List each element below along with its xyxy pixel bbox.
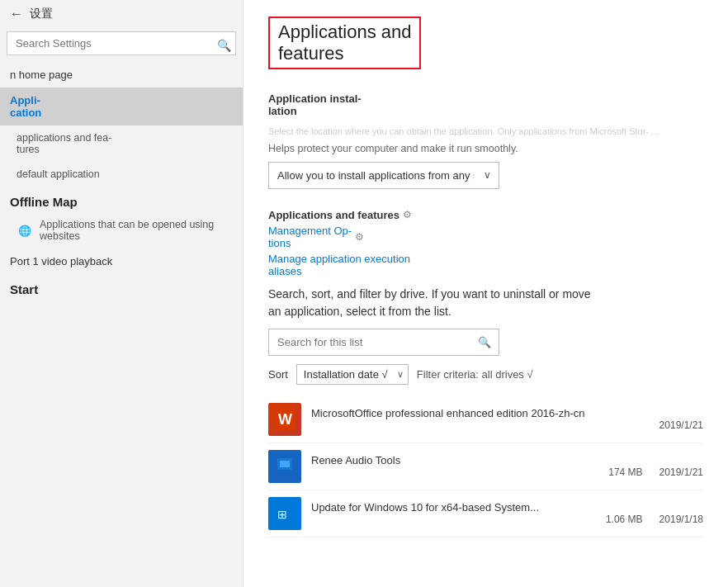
- apps-features-icon: ⚙: [403, 209, 412, 220]
- sidebar-section-offline: Offline Map: [0, 187, 243, 212]
- sidebar-header: ← 设置: [0, 0, 243, 28]
- page-title-box: Applications andfeatures: [268, 17, 421, 69]
- app-size: 1.06 MB: [606, 514, 643, 525]
- renee-svg-icon: [275, 455, 295, 478]
- app-date: 2019/1/21: [659, 466, 703, 478]
- svg-rect-4: [280, 461, 290, 467]
- search-list-input[interactable]: [268, 329, 499, 356]
- sidebar-item-apps-features[interactable]: applications and fea-tures: [0, 125, 243, 162]
- sidebar-item-port[interactable]: Port 1 video playback: [0, 249, 243, 274]
- sidebar-item-default-app[interactable]: default application: [0, 162, 243, 187]
- sidebar-item-application[interactable]: Appli-cation: [0, 88, 243, 125]
- management-options-icon: ⚙: [355, 231, 364, 243]
- table-row[interactable]: ⊞ Update for Windows 10 for x64-based Sy…: [268, 490, 703, 537]
- app-list: W MicrosoftOffice professional enhanced …: [268, 396, 703, 537]
- management-options-link[interactable]: Management Op-tions: [268, 225, 352, 249]
- sidebar-item-home[interactable]: n home page: [0, 62, 243, 88]
- app-date: 2019/1/21: [311, 419, 703, 431]
- update-svg-icon: ⊞: [275, 502, 295, 525]
- settings-title: 设置: [30, 7, 53, 21]
- sidebar-nav: n home page Appli-cation applications an…: [0, 62, 243, 587]
- filter-text: Filter criteria: all drives √: [417, 368, 533, 381]
- sort-label: Sort: [268, 368, 288, 381]
- sort-dropdown-wrapper: Installation date √ Name Size ∨: [296, 364, 409, 385]
- app-size: 174 MB: [608, 466, 642, 478]
- apps-features-header: Applications and features ⚙: [268, 209, 703, 221]
- table-row[interactable]: W MicrosoftOffice professional enhanced …: [268, 396, 703, 443]
- office-svg-icon: W: [275, 408, 295, 431]
- app-info: Update for Windows 10 for x64-based Syst…: [311, 501, 703, 525]
- app-info: MicrosoftOffice professional enhanced ed…: [311, 407, 703, 431]
- app-name: MicrosoftOffice professional enhanced ed…: [311, 407, 703, 419]
- apps-features-title: Applications and features: [268, 209, 399, 221]
- install-source-dropdown-wrapper: Allow you to install applications from a…: [268, 162, 499, 189]
- app-icon-renee: [268, 450, 301, 483]
- app-name: Renee Audio Tools: [311, 454, 703, 466]
- instruction-text: Search, sort, and filter by drive. If yo…: [268, 286, 703, 320]
- table-row[interactable]: Renee Audio Tools 174 MB 2019/1/21: [268, 443, 703, 490]
- sort-dropdown[interactable]: Installation date √ Name Size: [296, 364, 409, 385]
- page-title: Applications andfeatures: [278, 21, 411, 64]
- sidebar-item-offline-apps[interactable]: 🌐 Applications that can be opened usingw…: [0, 212, 243, 249]
- back-button[interactable]: ←: [10, 7, 23, 21]
- search-list-icon: 🔍: [478, 336, 491, 348]
- svg-text:W: W: [278, 411, 292, 428]
- app-icon-update: ⊞: [268, 497, 301, 530]
- app-installation-section: Application instal-lation: [268, 92, 703, 117]
- management-options-link-item: Management Op-tions ⚙: [268, 225, 703, 249]
- sidebar-section-start: Start: [0, 274, 243, 300]
- sidebar: ← 设置 🔍 n home page Appli-cation applicat…: [0, 0, 243, 587]
- app-installation-label: Application instal-lation: [268, 92, 703, 117]
- blurred-description: Select the location where you can obtain…: [268, 125, 703, 137]
- install-source-dropdown[interactable]: Allow you to install applications from a…: [268, 162, 499, 189]
- manage-execution-link[interactable]: Manage application executionaliases: [268, 253, 410, 277]
- search-container: 🔍: [0, 28, 243, 62]
- app-info: Renee Audio Tools 174 MB 2019/1/21: [311, 454, 703, 478]
- sort-filter-row: Sort Installation date √ Name Size ∨ Fil…: [268, 364, 703, 385]
- helps-text: Helps protect your computer and make it …: [268, 142, 703, 157]
- manage-execution-link-item: Manage application executionaliases: [268, 253, 703, 277]
- main-content: Applications andfeatures Application ins…: [243, 0, 728, 587]
- app-name: Update for Windows 10 for x64-based Syst…: [311, 501, 703, 514]
- app-date: 2019/1/18: [659, 514, 703, 525]
- svg-text:⊞: ⊞: [277, 508, 287, 521]
- search-icon-button[interactable]: 🔍: [217, 39, 231, 52]
- search-input[interactable]: [7, 31, 236, 55]
- search-list-container: 🔍: [268, 329, 703, 356]
- app-icon-office: W: [268, 403, 301, 436]
- offline-apps-icon: 🌐: [17, 222, 33, 239]
